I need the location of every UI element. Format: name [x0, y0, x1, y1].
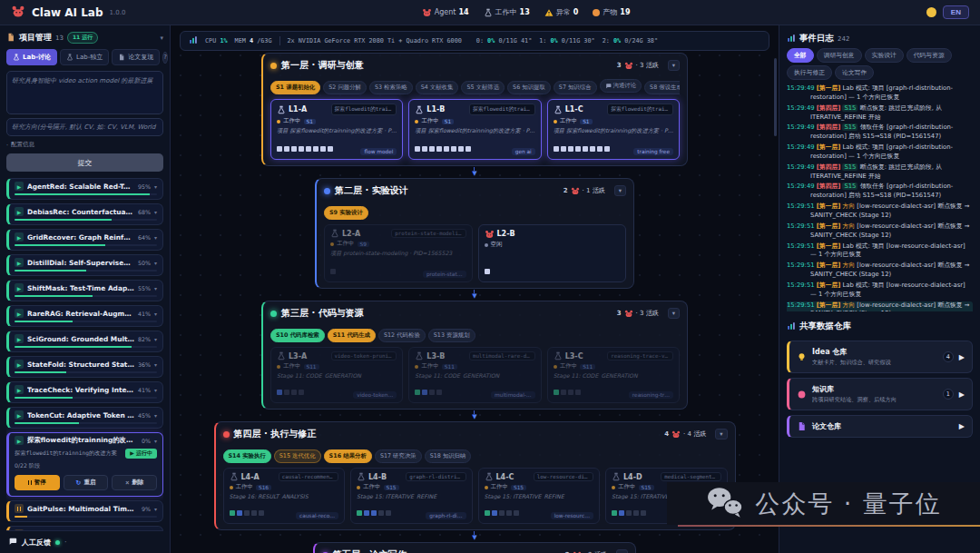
project-item[interactable]: ▶ GridRecover: Graph Reinforcement Lea..… [6, 229, 163, 251]
repo-card-1[interactable]: 知识库 跨项目研究结论、洞察、后续方向 1 ▶ [787, 378, 973, 410]
chevron-down-icon[interactable]: ▾ [154, 438, 157, 444]
chevron-down-icon[interactable]: ▾ [154, 506, 157, 512]
project-item[interactable]: ▶ TokenCut: Adaptive Token Pruning for .… [6, 407, 163, 429]
tab-lab-discuss[interactable]: Lab-讨论 [6, 49, 57, 65]
help-button[interactable]: ? [162, 52, 168, 64]
project-item[interactable]: ▶ TraceCheck: Verifying Intermediate Rea… [6, 381, 163, 403]
log-filter-3[interactable]: 代码与资源 [906, 48, 952, 63]
log-entry[interactable]: 15:29:49 [第四层] S15 领取任务 [graph-rl-distri… [787, 123, 973, 142]
log-filter-1[interactable]: 调研与创意 [817, 48, 862, 63]
log-entry[interactable]: 15:29:49 [第四层] S15 断点恢复: 跳过已完成阶段, 从 ITER… [787, 163, 973, 182]
log-entry[interactable]: 15:29:51 [第一层] 方向 [low-resource-dialect-… [787, 202, 973, 221]
agent-card-L3-A[interactable]: L3-Avideo-token-pruning 工作中S11 Stage 11:… [270, 347, 403, 403]
agent-card-L4-B[interactable]: L4-Bgraph-rl-distribution⋯ 工作中S15 Stage … [350, 468, 473, 524]
agent-card-L2-B[interactable]: L2-B 空闲 [478, 224, 627, 282]
stage-pill[interactable]: S15 迭代优化 [274, 449, 321, 463]
agent-card-L1-A[interactable]: L1-A探索flowedit的trainnin⋯ 工作中S1 项目 探索flow… [270, 99, 403, 160]
chevron-down-icon[interactable]: ▾ [154, 234, 157, 241]
stage-pill[interactable]: S10 代码库检索 [270, 329, 325, 342]
layer-collapse-icon[interactable]: ▾ [616, 549, 628, 553]
log-filter-4[interactable]: 执行与修正 [787, 65, 832, 80]
config-row[interactable]: · 配置信息 [6, 141, 163, 149]
log-filter-5[interactable]: 论文写作 [835, 65, 874, 80]
project-item[interactable]: ▶ AgentRed: Scalable Red-Teaming and F..… [6, 178, 163, 200]
agent-card-L3-B[interactable]: L3-Bmultimodal-rare-disea⋯ 工作中S11 Stage … [408, 347, 541, 403]
stage-pill[interactable]: S4 文献收集 [416, 81, 459, 94]
log-filter-2[interactable]: 实验设计 [865, 48, 904, 63]
restart-button[interactable]: ↻重启 [64, 475, 109, 490]
log-entry[interactable]: 15:29:51 [第一层] 方向 [low-resource-dialect-… [787, 301, 973, 311]
project-item[interactable]: ▶ ShiftMask: Test-Time Adaptation for Cr… [6, 280, 163, 301]
stage-pill[interactable]: S17 研究决策 [375, 449, 422, 463]
log-entry[interactable]: 15:29:51 [第一层] Lab 模式: 项目 [low-resource-… [787, 242, 973, 261]
log-entry[interactable]: 15:29:51 [第一层] 方向 [low-resource-dialect-… [787, 222, 973, 241]
topic-input[interactable] [6, 71, 163, 114]
stage-pill[interactable]: S12 代码检验 [378, 329, 426, 342]
delete-button[interactable]: ×删除 [112, 475, 157, 490]
submit-button[interactable]: 提交 [6, 153, 163, 172]
log-filter-0[interactable]: 全部 [787, 48, 814, 63]
stage-pill[interactable]: S18 知识归纳 [425, 449, 472, 463]
feedback-bar[interactable]: 人工反馈 · [6, 530, 163, 553]
project-item[interactable]: GaitPulse: Multimodal Time-Series Mod...… [6, 500, 163, 522]
chevron-down-icon[interactable]: ▾ [154, 209, 157, 215]
agent-card-L1-C[interactable]: L1-C探索flowedit的trainnin⋯ 工作中S1 项目 探索flow… [547, 99, 680, 160]
play-icon[interactable]: ▶ [959, 422, 965, 430]
direction-input[interactable] [6, 118, 163, 136]
chevron-down-icon[interactable]: ▾ [154, 285, 157, 291]
project-item[interactable]: ▶ RareRAG: Retrieval-Augmented Multim...… [6, 305, 163, 327]
stage-pill[interactable]: S16 结果分析 [324, 449, 372, 463]
agent-card-L2-A[interactable]: L2-Aprotein-state-modeling 工作中S9 项目 prot… [324, 224, 473, 282]
layer-collapse-icon[interactable]: ▾ [715, 429, 727, 439]
stage-pill[interactable]: S6 知识提取 [507, 81, 551, 94]
chevron-down-icon[interactable]: ▾ [154, 412, 157, 419]
tab-lab-solo[interactable]: Lab-独立 [60, 49, 109, 65]
log-entry[interactable]: 15:29:51 [第一层] 方向 [low-resource-dialect-… [787, 262, 973, 280]
stage-pill[interactable]: S1 课题初始化 [270, 81, 320, 94]
layer-collapse-icon[interactable]: ▾ [668, 60, 680, 71]
layer-collapse-icon[interactable]: ▾ [614, 185, 626, 196]
chevron-down-icon[interactable]: ▾ [154, 311, 157, 317]
project-item[interactable]: ▶ StateFold: Structured State Space Mod.… [6, 356, 163, 378]
language-button[interactable]: EN [943, 5, 969, 19]
project-item-active[interactable]: ▶ 探索flowedit的trainning的改进方案 0% ▾ 探索flowe… [6, 432, 163, 497]
log-entry[interactable]: 15:29:49 [第一层] Lab 模式: 项目 [graph-rl-dist… [787, 84, 973, 103]
stage-pill[interactable]: S5 文献筛选 [461, 81, 505, 94]
stage-pill[interactable]: S8 假设生成 [644, 81, 680, 94]
project-item[interactable]: ▶ SciGround: Grounded Multimodal Retri..… [6, 331, 163, 352]
log-entry[interactable]: 15:29:49 [第一层] Lab 模式: 项目 [graph-rl-dist… [787, 143, 973, 162]
chevron-down-icon[interactable]: ▾ [154, 260, 157, 266]
project-item[interactable]: ▶ DistillDial: Self-Supervised Distillat… [6, 254, 163, 276]
repo-card-2[interactable]: 论文仓库 ▶ [787, 415, 973, 438]
log-entry[interactable]: 15:29:49 [第四层] S15 断点恢复: 跳过已完成阶段, 从 ITER… [787, 104, 973, 123]
agent-card-L4-C[interactable]: L4-Clow-resource-dialect-⋯ 工作中S15 Stage … [478, 468, 601, 524]
chevron-down-icon[interactable]: ▾ [154, 183, 157, 190]
stage-pill[interactable]: S14 实验执行 [223, 449, 271, 463]
agent-card-L1-B[interactable]: L1-B探索flowedit的trainnin⋯ 工作中S1 项目 探索flow… [408, 99, 541, 160]
chevron-down-icon[interactable]: ▾ [154, 387, 157, 393]
theme-toggle[interactable] [926, 7, 936, 17]
stage-pill[interactable]: S13 资源规划 [428, 329, 475, 342]
agent-card-L3-C[interactable]: L3-Creasoning-trace-verifi⋯ 工作中S11 Stage… [547, 347, 680, 403]
stage-pill[interactable]: S3 检索策略 [369, 81, 413, 94]
stage-pill[interactable]: 沟通讨论 [600, 79, 642, 93]
tab-paper-repro[interactable]: 论文复现 [112, 49, 160, 65]
stage-pill[interactable]: S7 知识综合 [554, 81, 597, 94]
chevron-down-icon[interactable]: ▾ [154, 336, 157, 342]
collapse-icon[interactable]: ▾ [160, 35, 163, 42]
pause-button[interactable]: 暂停 [15, 475, 60, 490]
log-entry[interactable]: 15:29:49 [第四层] S15 领取任务 [graph-rl-distri… [787, 183, 973, 201]
canvas-scrollbar[interactable] [774, 58, 777, 136]
stage-pill[interactable]: S9 实验设计 [324, 206, 368, 220]
agent-card-L4-A[interactable]: L4-Acausal-recommendation⋯ 工作中S16 Stage … [223, 468, 346, 524]
play-icon[interactable]: ▶ [959, 353, 965, 361]
chevron-down-icon[interactable]: ▾ [154, 361, 157, 368]
play-icon[interactable]: ▶ [959, 390, 965, 399]
stage-pill[interactable]: S11 代码生成 [328, 329, 376, 342]
repo-card-0[interactable]: Idea 仓库 文献卡片、知识综合、研究假设 4 ▶ [787, 341, 973, 373]
layer-collapse-icon[interactable]: ▾ [668, 308, 680, 319]
stage-pill[interactable]: S2 问题分解 [323, 81, 367, 94]
log-entry[interactable]: 15:29:51 [第一层] Lab 模式: 项目 [low-resource-… [787, 281, 973, 300]
project-item[interactable]: ▶ DebiasRec: Counterfactual Representat.… [6, 203, 163, 225]
project-item[interactable]: VCA-Bench: Evaluating Constraint Exec...… [6, 526, 163, 530]
